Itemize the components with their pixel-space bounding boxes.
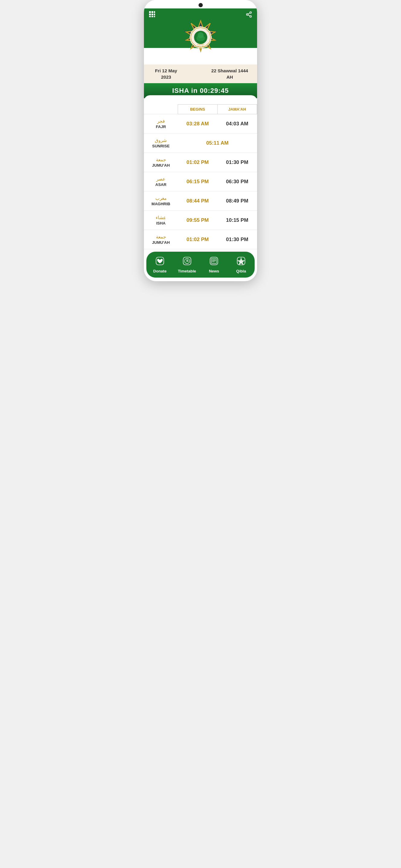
jamah-time: 04:03 AM (217, 114, 257, 133)
svg-point-20 (196, 35, 205, 41)
jamah-time: 10:15 PM (217, 211, 257, 230)
svg-line-13 (248, 13, 250, 14)
timetable-label: Timetable (178, 269, 196, 273)
svg-rect-8 (154, 16, 155, 17)
prayer-row: جمعة JUMU'AH 01:02 PM 01:30 PM (144, 230, 257, 249)
jamah-time: 06:30 PM (217, 172, 257, 191)
prayer-row: فجر FAJR 03:28 AM 04:03 AM (144, 114, 257, 133)
news-label: News (209, 269, 219, 273)
svg-rect-3 (149, 13, 151, 16)
main-content: BEGINS JAMA'AH فجر FAJR 03:28 AM 04:03 A… (144, 95, 257, 249)
prayer-name-header (144, 104, 178, 114)
svg-point-29 (187, 261, 188, 261)
qibla-label: Qibla (236, 269, 246, 273)
svg-point-11 (250, 16, 252, 17)
dates-row: Fri 12 May 2023 22 Shawwal 1444 AH (144, 64, 257, 83)
jamah-header: JAMA'AH (217, 104, 257, 114)
prayer-arabic: جمعة (147, 234, 175, 240)
svg-rect-31 (211, 258, 217, 264)
svg-rect-1 (151, 11, 153, 13)
donate-icon (155, 256, 165, 268)
qibla-icon (236, 256, 246, 268)
prayer-row: مغرب MAGHRIB 08:44 PM 08:49 PM (144, 191, 257, 211)
camera-dot (199, 3, 203, 7)
phone-frame: STEPNEY SHAHJALAL MOSQUE & CULTURAL CENT… (144, 0, 257, 281)
jamah-time: 01:30 PM (217, 153, 257, 172)
prayer-latin: JUMU'AH (147, 240, 175, 245)
svg-rect-4 (151, 13, 153, 16)
svg-point-9 (250, 11, 252, 13)
prayer-name-cell: مغرب MAGHRIB (144, 191, 178, 211)
svg-rect-0 (149, 11, 151, 13)
prayer-row: جمعة JUMU'AH 01:02 PM 01:30 PM (144, 153, 257, 172)
prayer-name-cell: شروق SUNRISE (144, 133, 178, 153)
svg-text:SHAHJALAL MOSQUE: SHAHJALAL MOSQUE (193, 46, 208, 47)
begins-time: 08:44 PM (178, 191, 217, 211)
donate-label: Donate (153, 269, 167, 273)
begins-time: 09:55 PM (178, 211, 217, 230)
prayer-arabic: جمعة (147, 157, 175, 162)
prayer-row: عصر ASAR 06:15 PM 06:30 PM (144, 172, 257, 191)
prayer-name-cell: فجر FAJR (144, 114, 178, 133)
svg-rect-7 (151, 16, 153, 17)
prayer-arabic: شروق (147, 138, 175, 143)
prayer-row: شروق SUNRISE 05:11 AM (144, 133, 257, 153)
prayer-latin: ISHA (147, 221, 175, 225)
islamic-date: 22 Shawwal 1444 AH (208, 67, 251, 80)
mosque-logo: STEPNEY SHAHJALAL MOSQUE & CULTURAL CENT… (182, 18, 219, 54)
jamah-time: 01:30 PM (217, 230, 257, 249)
prayer-name-cell: جمعة JUMU'AH (144, 230, 178, 249)
begins-time: 01:02 PM (178, 153, 217, 172)
header: STEPNEY SHAHJALAL MOSQUE & CULTURAL CENT… (144, 8, 257, 48)
prayer-arabic: عِشاء (147, 215, 175, 220)
timetable-icon (182, 256, 192, 268)
prayer-arabic: فجر (147, 119, 175, 124)
svg-rect-2 (154, 11, 155, 13)
prayer-arabic: عصر (147, 176, 175, 182)
prayer-latin: MAGHRIB (147, 202, 175, 206)
gregorian-date: Fri 12 May 2023 (150, 67, 182, 80)
nav-news[interactable]: News (201, 254, 228, 275)
news-icon (209, 256, 219, 268)
begins-header: BEGINS (178, 104, 217, 114)
prayer-name-cell: جمعة JUMU'AH (144, 153, 178, 172)
prayer-latin: ASAR (147, 182, 175, 187)
logo-area: STEPNEY SHAHJALAL MOSQUE & CULTURAL CENT… (149, 18, 252, 48)
svg-rect-6 (149, 16, 151, 17)
nav-qibla[interactable]: Qibla (228, 254, 255, 275)
prayer-arabic: مغرب (147, 195, 175, 201)
prayer-name-cell: عِشاء ISHA (144, 211, 178, 230)
sunrise-time: 05:11 AM (178, 133, 257, 153)
begins-time: 06:15 PM (178, 172, 217, 191)
bottom-nav: Donate Timetable (146, 252, 255, 278)
svg-rect-5 (154, 13, 155, 16)
begins-time: 03:28 AM (178, 114, 217, 133)
svg-line-12 (248, 15, 250, 16)
prayer-latin: JUMU'AH (147, 163, 175, 167)
prayer-row: عِشاء ISHA 09:55 PM 10:15 PM (144, 211, 257, 230)
svg-text:& CULTURAL CENTRE: & CULTURAL CENTRE (194, 48, 207, 49)
nav-timetable[interactable]: Timetable (173, 254, 201, 275)
prayer-latin: SUNRISE (147, 144, 175, 148)
jamah-time: 08:49 PM (217, 191, 257, 211)
svg-point-10 (247, 13, 248, 16)
nav-donate[interactable]: Donate (146, 254, 173, 275)
svg-text:STEPNEY: STEPNEY (197, 44, 204, 45)
prayer-table: BEGINS JAMA'AH فجر FAJR 03:28 AM 04:03 A… (144, 104, 257, 249)
prayer-latin: FAJR (147, 124, 175, 129)
prayer-name-cell: عصر ASAR (144, 172, 178, 191)
begins-time: 01:02 PM (178, 230, 217, 249)
notch (144, 0, 257, 8)
svg-marker-36 (238, 258, 245, 265)
